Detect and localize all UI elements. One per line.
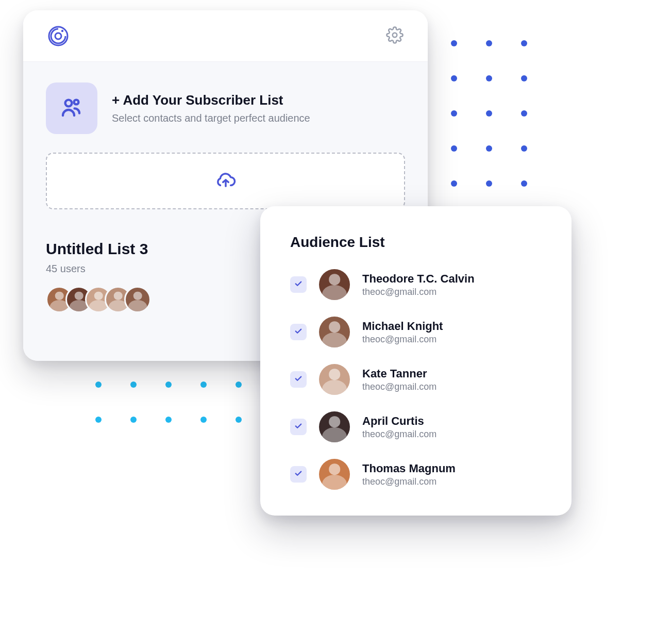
- avatar: [124, 286, 151, 313]
- check-icon: [294, 326, 303, 338]
- svg-point-1: [61, 29, 63, 31]
- audience-item: Theodore T.C. Calvintheoc@gmail.com: [290, 269, 542, 300]
- audience-item-text: Theodore T.C. Calvintheoc@gmail.com: [362, 272, 475, 297]
- check-icon: [294, 374, 303, 385]
- svg-point-4: [65, 100, 72, 107]
- audience-item-email: theoc@gmail.com: [362, 429, 436, 440]
- audience-item: Thomas Magnumtheoc@gmail.com: [290, 459, 542, 490]
- audience-item-email: theoc@gmail.com: [362, 382, 436, 392]
- add-subscriber-subtitle: Select contacts and target perfect audie…: [112, 112, 310, 124]
- app-logo-icon: [46, 24, 71, 48]
- audience-checkbox[interactable]: [290, 371, 307, 388]
- svg-point-2: [55, 33, 61, 39]
- audience-item-email: theoc@gmail.com: [362, 476, 456, 487]
- avatar: [319, 459, 350, 490]
- audience-checkbox[interactable]: [290, 419, 307, 435]
- audience-item-name: April Curtis: [362, 415, 436, 428]
- avatar: [319, 411, 350, 442]
- audience-item-email: theoc@gmail.com: [362, 334, 443, 345]
- cloud-upload-icon: [215, 169, 237, 193]
- users-icon: [59, 95, 84, 122]
- card-header: [23, 10, 428, 62]
- check-icon: [294, 421, 303, 433]
- audience-item-name: Thomas Magnum: [362, 462, 456, 475]
- audience-item-name: Michael Knight: [362, 320, 443, 333]
- avatar: [319, 269, 350, 300]
- decorative-dots-cyan: [95, 382, 242, 423]
- decorative-dots-blue: [416, 40, 527, 187]
- avatar: [319, 317, 350, 347]
- svg-point-3: [393, 32, 397, 37]
- svg-point-5: [74, 100, 79, 105]
- audience-item-name: Theodore T.C. Calvin: [362, 272, 475, 286]
- check-icon: [294, 469, 303, 480]
- audience-item: Michael Knighttheoc@gmail.com: [290, 317, 542, 347]
- avatar: [319, 364, 350, 395]
- audience-list: Theodore T.C. Calvintheoc@gmail.comMicha…: [290, 269, 542, 490]
- upload-dropzone[interactable]: [46, 153, 405, 209]
- audience-item-text: Thomas Magnumtheoc@gmail.com: [362, 462, 456, 487]
- audience-item-name: Kate Tanner: [362, 367, 436, 380]
- settings-button[interactable]: [384, 26, 405, 46]
- audience-item-text: Kate Tannertheoc@gmail.com: [362, 367, 436, 392]
- gear-icon: [386, 26, 404, 46]
- audience-checkbox[interactable]: [290, 324, 307, 340]
- audience-item-text: April Curtistheoc@gmail.com: [362, 415, 436, 440]
- audience-item-text: Michael Knighttheoc@gmail.com: [362, 320, 443, 345]
- add-subscriber-text: + Add Your Subscriber List Select contac…: [112, 92, 310, 124]
- check-icon: [294, 279, 303, 290]
- add-subscriber-row: + Add Your Subscriber List Select contac…: [46, 82, 405, 134]
- audience-card: Audience List Theodore T.C. Calvintheoc@…: [260, 206, 572, 516]
- audience-item-email: theoc@gmail.com: [362, 287, 475, 297]
- add-subscriber-title: + Add Your Subscriber List: [112, 92, 310, 108]
- audience-title: Audience List: [290, 234, 542, 251]
- audience-checkbox[interactable]: [290, 466, 307, 483]
- audience-item: April Curtistheoc@gmail.com: [290, 411, 542, 442]
- users-icon-tile: [46, 82, 97, 134]
- audience-checkbox[interactable]: [290, 276, 307, 293]
- audience-item: Kate Tannertheoc@gmail.com: [290, 364, 542, 395]
